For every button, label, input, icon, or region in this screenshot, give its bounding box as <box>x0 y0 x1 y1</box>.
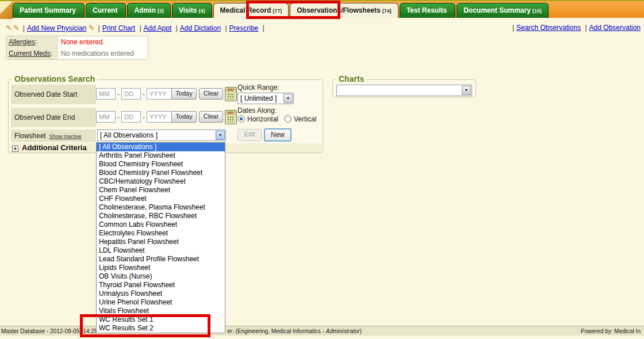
tab-patient-summary[interactable]: Patient Summary <box>13 3 85 18</box>
tab-admin[interactable]: Admin(3) <box>127 3 170 18</box>
allergies-row: Allergies: None entered. <box>6 36 148 48</box>
date-start-today-button[interactable]: Today <box>171 88 197 100</box>
add-dictation-link[interactable]: Add Dictation <box>180 24 221 32</box>
flowsheet-option-vitals-flowsheet[interactable]: Vitals Flowsheet <box>97 307 225 315</box>
date-end-today-button[interactable]: Today <box>171 111 197 123</box>
pencil-icon[interactable]: ✎ <box>13 24 20 32</box>
flowsheet-option-lead-standard-profile-flowsheet[interactable]: Lead Standard Profile Flowsheet <box>97 255 225 264</box>
chevron-down-icon[interactable]: ▼ <box>216 131 225 140</box>
allergies-value: None entered. <box>58 36 108 48</box>
date-end-clear-button[interactable]: Clear <box>199 111 223 123</box>
tab-observations-flowsheets[interactable]: Observations/Flowsheets(74) <box>290 3 398 18</box>
vertical-radio[interactable] <box>284 115 292 123</box>
flowsheet-option-wc-results-set-2[interactable]: WC Results Set 2 <box>97 324 225 333</box>
separator: | <box>512 24 514 32</box>
print-chart-link[interactable]: Print Chart <box>102 24 135 32</box>
flowsheet-option-chf-flowsheet[interactable]: CHF Flowsheet <box>97 195 225 203</box>
current-meds-row: Current Meds: No medications entered <box>6 48 148 59</box>
dash: - <box>117 90 120 97</box>
flowsheet-option-cholinesterase-rbc-flowsheet[interactable]: Cholinesterase, RBC Flowsheet <box>97 212 225 220</box>
tab-document-summary[interactable]: Document Summary(10) <box>457 3 549 18</box>
separator: | <box>176 24 178 32</box>
quick-range-label: Quick Range: <box>237 83 279 92</box>
horizontal-radio-label: Horizontal <box>247 115 278 123</box>
flowsheet-select[interactable]: [ All Observations ] ▼ <box>97 129 226 141</box>
charts-title: Charts <box>336 74 366 83</box>
dates-along-radios: HorizontalVertical <box>237 115 322 123</box>
flowsheet-option-common-labs-flowsheet[interactable]: Common Labs Flowsheet <box>97 220 225 229</box>
add-observation-link[interactable]: Add Observation <box>589 24 641 32</box>
observed-date-start-label: Observed Date Start <box>11 85 96 104</box>
separator: | <box>225 24 227 32</box>
vertical-radio-label: Vertical <box>294 115 316 123</box>
date-start-dd-input[interactable] <box>121 88 141 100</box>
flowsheet-label-cell: FlowsheetShow Inactive <box>11 129 96 142</box>
main-tabs: Patient Summary Current Admin(3) Visits(… <box>13 3 549 18</box>
charts-select[interactable]: ▼ <box>336 85 472 96</box>
new-button[interactable]: New <box>264 128 292 142</box>
separator: | <box>263 24 264 32</box>
dash: - <box>143 90 145 97</box>
expand-plus-icon[interactable]: + <box>12 146 18 152</box>
separator: | <box>23 24 25 32</box>
horizontal-radio[interactable] <box>237 115 245 123</box>
observed-date-end-label: Observed Date End <box>11 108 96 127</box>
flowsheet-option-urinalysis-flowsheet[interactable]: Urinalysis Flowsheet <box>97 290 225 298</box>
dash: - <box>117 113 120 120</box>
date-end-mm-input[interactable] <box>96 111 116 123</box>
status-powered-by: Powered by: Medical In <box>581 328 641 334</box>
page-corner-decoration <box>0 1 13 19</box>
patient-banner: Allergies: None entered. Current Meds: N… <box>6 36 148 60</box>
date-start-mm-input[interactable] <box>96 88 116 100</box>
add-new-physician-link[interactable]: Add New Physician <box>27 24 86 32</box>
separator: | <box>585 24 586 32</box>
flowsheet-option-blood-chemistry-flowsheet[interactable]: Blood Chemistry Flowsheet <box>97 160 225 169</box>
tab-test-results[interactable]: Test Results <box>400 3 455 18</box>
chevron-down-icon[interactable]: ▼ <box>283 94 293 103</box>
tab-visits[interactable]: Visits(4) <box>172 3 212 18</box>
toolbar-left: ✎✎|Add New Physician ✎|Print Chart |Add … <box>6 24 267 32</box>
add-appt-link[interactable]: Add Appt <box>144 24 172 32</box>
flowsheet-option-ob-visits-nurse[interactable]: OB Visits (Nurse) <box>97 272 225 281</box>
date-end-dd-input[interactable] <box>121 111 141 123</box>
date-start-clear-button[interactable]: Clear <box>199 88 223 100</box>
current-meds-label[interactable]: Current Meds: <box>6 48 58 59</box>
pencil-icon[interactable]: ✎ <box>89 24 95 32</box>
pencil-icon[interactable]: ✎ <box>6 24 12 32</box>
flowsheet-dropdown-list: [ All Observations ] Arthritis Panel Flo… <box>96 142 225 333</box>
flowsheet-option-blood-chemistry-panel-flowsheet[interactable]: Blood Chemistry Panel Flowsheet <box>97 169 225 177</box>
flowsheet-option-wc-results-set-1[interactable]: WC Results Set 1 <box>97 315 225 324</box>
observations-search-title: Observations Search <box>12 74 97 83</box>
flowsheet-option-arthritis-panel-flowsheet[interactable]: Arthritis Panel Flowsheet <box>97 151 225 160</box>
prescribe-link[interactable]: Prescribe <box>229 24 259 32</box>
dash: - <box>143 113 145 120</box>
flowsheet-option-electrolytes-flowsheet[interactable]: Electrolytes Flowsheet <box>97 229 225 238</box>
date-end-calendar-icon[interactable]: MAY <box>225 110 237 124</box>
charts-panel: Charts ▼ <box>332 79 476 97</box>
flowsheet-option-urine-phenol-flowsheet[interactable]: Urine Phenol Flowsheet <box>97 298 225 307</box>
allergies-label[interactable]: Allergies: <box>6 36 58 48</box>
search-observations-link[interactable]: Search Observations <box>516 24 581 32</box>
flowsheet-option-all-observations[interactable]: [ All Observations ] <box>97 143 225 151</box>
show-inactive-link[interactable]: Show Inactive <box>49 134 82 139</box>
edit-button[interactable]: Edit <box>237 129 262 141</box>
emr-window: Patient Summary Current Admin(3) Visits(… <box>0 0 644 339</box>
flowsheet-option-thyroid-panel-flowsheet[interactable]: Thyroid Panel Flowsheet <box>97 281 225 290</box>
toolbar-right: |Search Observations |Add Observation <box>510 24 641 32</box>
tab-current[interactable]: Current <box>86 3 126 18</box>
dates-along-label: Dates Along: <box>237 106 277 115</box>
date-start-calendar-icon[interactable]: MAY <box>225 87 237 101</box>
additional-criteria-label: Additional Criteria <box>22 143 87 152</box>
flowsheet-option-cbc-hematology-flowsheet[interactable]: CBC/Hematology Flowsheet <box>97 177 225 186</box>
flowsheet-option-hepatitis-panel-flowsheet[interactable]: Hepatitis Panel Flowsheet <box>97 238 225 246</box>
flowsheet-option-lipids-flowsheet[interactable]: Lipids Flowsheet <box>97 264 225 272</box>
status-user: er: (Engineering, Medical Informatics - … <box>227 328 362 334</box>
quick-range-select[interactable]: [ Unlimited ] ▼ <box>237 93 294 104</box>
chevron-down-icon[interactable]: ▼ <box>462 86 471 95</box>
flowsheet-option-ldl-flowsheet[interactable]: LDL Flowsheet <box>97 246 225 255</box>
flowsheet-option-cholinesterase-plasma-flowsheet[interactable]: Cholinesterase, Plasma Flowsheet <box>97 203 225 212</box>
flowsheet-option-chem-panel-flowsheet[interactable]: Chem Panel Flowsheet <box>97 186 225 195</box>
tab-medical-record[interactable]: Medical Record(77) <box>213 3 289 18</box>
flowsheet-label: Flowsheet <box>14 132 46 140</box>
current-meds-value: No medications entered <box>58 48 137 59</box>
